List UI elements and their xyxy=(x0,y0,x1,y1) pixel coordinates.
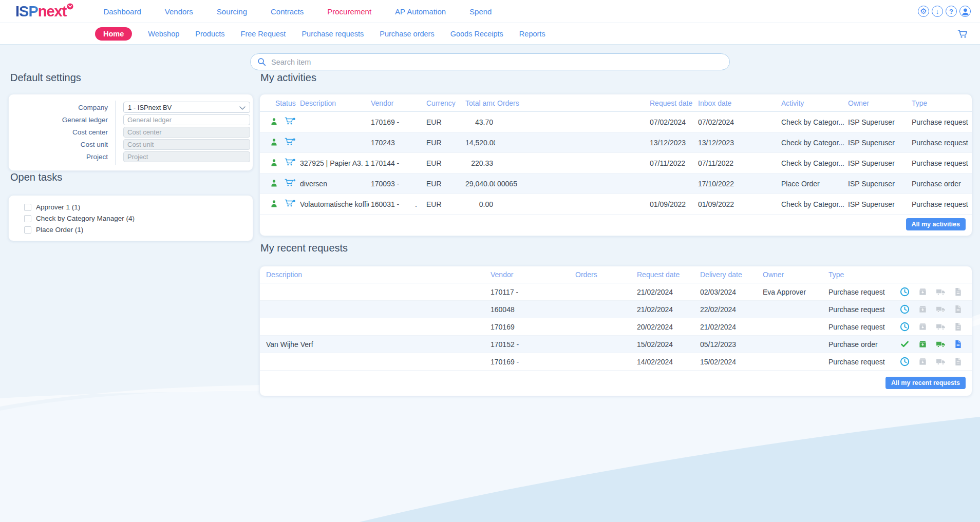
cell-type: Purchase request xyxy=(826,283,896,301)
pending-clock-icon[interactable] xyxy=(900,304,910,314)
nav-item-contracts[interactable]: Contracts xyxy=(271,7,304,16)
goods-receipt-icon[interactable] xyxy=(918,322,927,331)
activities-col-activity[interactable]: Activity xyxy=(779,94,846,112)
subnav-item-reports[interactable]: Reports xyxy=(519,30,545,38)
request-row[interactable]: 16004821/02/202422/02/2024Purchase reque… xyxy=(260,301,972,318)
task-item-approver-1-1[interactable]: Approver 1 (1) xyxy=(24,203,253,211)
requests-col-vendor[interactable]: Vendor xyxy=(488,266,573,283)
subnav-item-home[interactable]: Home xyxy=(95,27,132,41)
cell-total-amount: 220.33 xyxy=(463,153,495,173)
settings-icon[interactable]: ⚙ xyxy=(918,6,929,17)
request-row[interactable]: 17016920/02/202421/02/2024Purchase reque… xyxy=(260,318,972,336)
subnav-item-free-request[interactable]: Free Request xyxy=(241,30,286,38)
request-row[interactable]: Van Wijhe Verf170152 -15/02/202405/12/20… xyxy=(260,336,972,353)
invoice-document-icon[interactable] xyxy=(954,322,962,331)
task-checkbox[interactable] xyxy=(24,226,31,234)
cart-status-icon xyxy=(285,117,296,127)
pending-clock-icon[interactable] xyxy=(900,287,910,297)
subnav-item-goods-receipts[interactable]: Goods Receipts xyxy=(450,30,503,38)
download-icon[interactable]: ↓ xyxy=(932,6,943,17)
request-row[interactable]: 170169 -14/02/202415/02/2024Purchase req… xyxy=(260,353,972,371)
general-ledger-field[interactable] xyxy=(123,114,250,125)
task-item-place-order-1[interactable]: Place Order (1) xyxy=(24,226,253,234)
requests-col-request-date[interactable]: Request date xyxy=(635,266,698,283)
subnav-item-purchase-orders[interactable]: Purchase orders xyxy=(380,30,434,38)
activity-row[interactable]: 327925 | Papier A3. 120 g/...170144 -EUR… xyxy=(260,153,972,173)
subnav-item-purchase-requests[interactable]: Purchase requests xyxy=(301,30,364,38)
approved-check-icon[interactable] xyxy=(900,339,910,349)
cell-description xyxy=(298,112,369,132)
user-icon[interactable] xyxy=(959,6,971,17)
invoice-document-icon[interactable] xyxy=(954,357,962,366)
activity-row[interactable]: Volautomatische koffiemachi...160031 -.E… xyxy=(260,194,972,215)
cell-total-amount: 0.00 xyxy=(463,194,495,215)
nav-item-vendors[interactable]: Vendors xyxy=(165,7,193,16)
task-checkbox[interactable] xyxy=(24,215,31,222)
cart-icon[interactable] xyxy=(957,29,969,38)
activities-col-total-amount[interactable]: Total amount xyxy=(463,94,495,112)
cell-vendor: 170093 - xyxy=(369,173,424,194)
activities-col-inbox-date[interactable]: Inbox date xyxy=(696,94,779,112)
nav-item-dashboard[interactable]: Dashboard xyxy=(103,7,141,16)
search-input[interactable] xyxy=(270,57,729,67)
activity-row[interactable]: diversen170093 -EUR29,040.000006517/10/2… xyxy=(260,173,972,194)
brand-logo[interactable]: ISPnext xyxy=(15,3,73,20)
activity-row[interactable]: 170169 -EUR43.7007/02/202407/02/2024Chec… xyxy=(260,112,972,132)
company-select[interactable]: 1 - ISPnext BV xyxy=(123,102,250,113)
activities-col-currency[interactable]: Currency xyxy=(424,94,463,112)
nav-item-procurement[interactable]: Procurement xyxy=(327,7,371,16)
requests-col-description[interactable]: Description xyxy=(260,266,488,283)
my-activities-header-row: StatusDescriptionVendorCurrencyTotal amo… xyxy=(260,94,972,112)
delivery-truck-icon[interactable] xyxy=(936,323,946,331)
cart-status-icon xyxy=(285,138,296,147)
goods-receipt-icon[interactable] xyxy=(918,340,927,349)
cell-type: Purchase order xyxy=(826,336,896,353)
invoice-document-icon[interactable] xyxy=(954,305,962,314)
cell-inbox-date: 13/12/2023 xyxy=(696,132,779,153)
activities-col-request-date[interactable]: Request date xyxy=(648,94,696,112)
cell-request-date: 07/02/2024 xyxy=(648,112,696,132)
delivery-truck-icon[interactable] xyxy=(936,288,946,296)
delivery-truck-icon[interactable] xyxy=(936,305,946,313)
cell-delivery-date: 21/02/2024 xyxy=(698,318,761,336)
task-checkbox[interactable] xyxy=(24,204,31,211)
default-settings-card: Company1 - ISPnext BVGeneral ledgerCost … xyxy=(8,94,253,171)
requests-col-delivery-date[interactable]: Delivery date xyxy=(698,266,761,283)
subnav-item-products[interactable]: Products xyxy=(195,30,224,38)
my-activities-title: My activities xyxy=(260,72,316,84)
requests-col-orders[interactable]: Orders xyxy=(573,266,635,283)
requests-col-owner[interactable]: Owner xyxy=(761,266,826,283)
cell-request-date: 21/02/2024 xyxy=(635,301,698,318)
nav-item-sourcing[interactable]: Sourcing xyxy=(217,7,247,16)
activities-col-owner[interactable]: Owner xyxy=(846,94,910,112)
invoice-document-icon[interactable] xyxy=(954,340,962,349)
cell-orders xyxy=(495,153,648,173)
subnav-item-webshop[interactable]: Webshop xyxy=(148,30,179,38)
delivery-truck-icon[interactable] xyxy=(936,340,946,348)
requests-col-type[interactable]: Type xyxy=(826,266,896,283)
pending-clock-icon[interactable] xyxy=(900,357,910,366)
activities-col-orders[interactable]: Orders xyxy=(495,94,648,112)
nav-item-spend[interactable]: Spend xyxy=(469,7,492,16)
request-row[interactable]: 170117 -21/02/202402/03/2024Eva Approver… xyxy=(260,283,972,301)
nav-item-ap-automation[interactable]: AP Automation xyxy=(395,7,446,16)
cell-activity: Check by Categor... xyxy=(779,194,846,215)
goods-receipt-icon[interactable] xyxy=(918,357,927,366)
activities-col-type[interactable]: Type xyxy=(910,94,972,112)
activity-row[interactable]: 170243EUR14,520.0013/12/202313/12/2023Ch… xyxy=(260,132,972,153)
delivery-truck-icon[interactable] xyxy=(936,358,946,365)
cost-unit-field xyxy=(123,139,250,150)
activities-col-description[interactable]: Description xyxy=(298,94,369,112)
help-icon[interactable]: ? xyxy=(946,6,957,17)
activities-col-vendor[interactable]: Vendor xyxy=(369,94,424,112)
pending-clock-icon[interactable] xyxy=(900,322,910,332)
invoice-document-icon[interactable] xyxy=(954,287,962,296)
goods-receipt-icon[interactable] xyxy=(918,287,927,296)
all-my-recent-requests-button[interactable]: All my recent requests xyxy=(885,377,966,389)
activities-col-status[interactable]: Status xyxy=(260,94,298,112)
cell-orders xyxy=(495,194,648,215)
all-my-activities-button[interactable]: All my activities xyxy=(906,218,966,230)
cart-status-icon xyxy=(285,179,296,188)
goods-receipt-icon[interactable] xyxy=(918,305,927,314)
task-item-check-by-category-manager-4[interactable]: Check by Category Manager (4) xyxy=(24,215,253,222)
